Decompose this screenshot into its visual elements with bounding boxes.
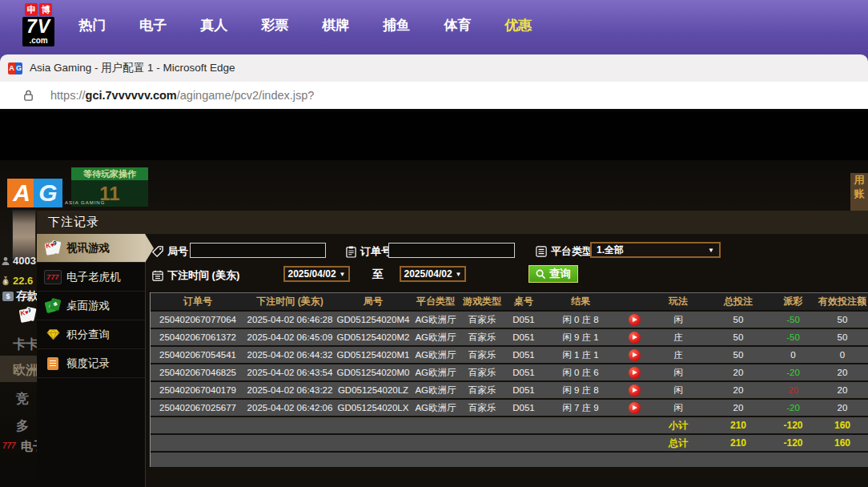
lock-icon[interactable] xyxy=(22,89,34,102)
table-header-row: 订单号 下注时间 (美东) 局号 平台类型 游戏类型 桌号 结果 玩法 总投注 … xyxy=(151,292,868,310)
cell-game-type: 百家乐 xyxy=(460,314,504,326)
replay-button[interactable] xyxy=(629,314,641,326)
cell-replay xyxy=(618,402,650,414)
header-table-id: 桌号 xyxy=(504,295,543,308)
site-logo[interactable]: 申 博 7V .com xyxy=(22,3,54,46)
cell-order-id: 250402067061372 xyxy=(151,332,245,342)
summary-label: 总计 xyxy=(650,437,706,450)
cell-payout: -20 xyxy=(770,403,816,413)
clipboard-icon xyxy=(346,246,356,258)
list-icon xyxy=(536,246,547,257)
cell-round-id: GD051254020M2 xyxy=(335,332,412,342)
cell-replay xyxy=(618,367,650,379)
summary-row: 小计 210 -120 160 xyxy=(151,417,868,433)
cell-replay xyxy=(618,314,650,326)
diamond-icon xyxy=(45,327,61,343)
cell-total-bet: 50 xyxy=(706,332,770,342)
round-number-label: 局号 xyxy=(152,244,188,259)
video-games-cards-icon: 9 K♥ xyxy=(20,308,37,324)
table-row: 250402067040179 2025-04-02 06:43:22 GD05… xyxy=(151,382,868,398)
sidebar-item-video-games[interactable]: 9K♥ 视讯游戏 xyxy=(37,234,145,263)
cell-payout: -50 xyxy=(770,315,816,324)
cell-bet-time: 2025-04-02 06:43:22 xyxy=(245,385,335,395)
cell-replay xyxy=(618,384,650,396)
replay-button[interactable] xyxy=(629,332,641,344)
cell-result: 闲 1 庄 1 xyxy=(543,349,618,361)
cell-payout: 20 xyxy=(770,385,816,395)
table-row: 250402067054541 2025-04-02 06:44:32 GD05… xyxy=(151,347,868,363)
search-button[interactable]: 查询 xyxy=(528,265,578,283)
cell-game-type: 百家乐 xyxy=(460,367,504,379)
cell-order-id: 250402067054541 xyxy=(151,350,245,360)
replay-button[interactable] xyxy=(629,384,641,396)
modal-content: 局号 订单号 平台类型 1.全部 ▼ xyxy=(146,234,868,487)
nav-item-live[interactable]: 真人 xyxy=(200,16,227,34)
table-row: 250402067046825 2025-04-02 06:43:54 GD05… xyxy=(151,364,868,380)
date-to-select[interactable]: 2025/04/02 ▼ xyxy=(400,266,466,282)
sidebar-item-quota-records[interactable]: 额度记录 xyxy=(37,349,145,378)
nav-item-sports[interactable]: 体育 xyxy=(444,16,471,34)
order-number-label: 订单号 xyxy=(346,244,392,259)
site-menu: 热门 电子 真人 彩票 棋牌 捕鱼 体育 优惠 xyxy=(78,16,532,34)
cell-game-type: 百家乐 xyxy=(460,384,504,396)
logo-char-2: 博 xyxy=(39,3,52,16)
sidebar-item-points-query[interactable]: 积分查询 xyxy=(37,320,145,349)
date-from-select[interactable]: 2025/04/02 ▼ xyxy=(283,266,350,282)
replay-button[interactable] xyxy=(629,349,641,361)
url-field[interactable]: https://gci.7vvvvvv.com/agingame/pcv2/in… xyxy=(50,89,314,102)
cell-order-id: 250402067025677 xyxy=(151,403,245,413)
order-number-input[interactable] xyxy=(388,243,515,258)
platform-type-label: 平台类型 xyxy=(536,244,593,259)
header-order-id: 订单号 xyxy=(151,295,245,308)
logo-char-1: 申 xyxy=(25,3,38,16)
summary-payout: -120 xyxy=(770,437,816,449)
empty-table-row xyxy=(151,453,868,467)
nav-item-hot[interactable]: 热门 xyxy=(78,16,106,34)
cell-game-type: 百家乐 xyxy=(460,402,504,414)
platform-type-select[interactable]: 1.全部 ▼ xyxy=(590,242,721,258)
sidebar-item-table-games[interactable]: ♦♣ 桌面游戏 xyxy=(37,292,145,320)
cell-bet-time: 2025-04-02 06:42:06 xyxy=(245,403,335,413)
bg-label-europe: 欧洲 xyxy=(13,362,38,379)
cell-result: 闲 7 庄 9 xyxy=(543,402,618,414)
browser-titlebar: AG Asia Gaming - 用户配置 1 - Microsoft Edge xyxy=(0,54,868,82)
cell-valid-bet: 50 xyxy=(816,315,868,324)
cell-payout: 0 xyxy=(770,350,816,360)
cell-total-bet: 20 xyxy=(706,385,770,395)
cell-table-id: D051 xyxy=(504,385,543,395)
cell-game-type: 百家乐 xyxy=(460,332,504,344)
cell-result: 闲 9 庄 8 xyxy=(543,384,618,396)
cell-round-id: GD051254020M0 xyxy=(335,368,412,377)
sidebar-item-slots[interactable]: 777 电子老虎机 xyxy=(37,263,145,292)
replay-button[interactable] xyxy=(629,402,641,414)
cell-play: 闲 xyxy=(650,384,706,396)
cell-platform: AG欧洲厅 xyxy=(412,402,460,414)
search-icon xyxy=(536,269,546,280)
header-result: 结果 xyxy=(543,295,618,308)
ag-caption: ASIA GAMING xyxy=(65,200,105,205)
header-payout: 派彩 xyxy=(770,295,816,308)
ag-favicon: AG xyxy=(8,62,22,74)
cell-total-bet: 20 xyxy=(706,403,770,413)
replay-button[interactable] xyxy=(629,367,641,379)
nav-item-chess[interactable]: 棋牌 xyxy=(322,16,349,34)
site-nav: 申 博 7V .com 热门 电子 真人 彩票 棋牌 捕鱼 体育 优惠 xyxy=(0,0,868,59)
round-number-input[interactable] xyxy=(190,243,326,258)
bg-label-jing: 竞 xyxy=(16,391,29,408)
bg-label-kaka: 卡卡 xyxy=(13,336,38,353)
summary-row: 总计 210 -120 160 xyxy=(151,435,868,451)
header-game-type: 游戏类型 xyxy=(460,295,504,308)
cell-valid-bet: 20 xyxy=(816,403,868,413)
nav-item-electronic[interactable]: 电子 xyxy=(139,16,167,34)
nav-item-fishing[interactable]: 捕鱼 xyxy=(383,16,410,34)
cell-round-id: GD051254020LZ xyxy=(335,385,412,395)
modal-sidebar: 9K♥ 视讯游戏 777 电子老虎机 ♦♣ 桌面游戏 xyxy=(37,234,146,487)
url-scheme: https:// xyxy=(50,89,86,102)
cell-play: 闲 xyxy=(650,314,706,326)
cell-valid-bet: 20 xyxy=(816,368,868,377)
nav-item-promo[interactable]: 优惠 xyxy=(504,16,532,34)
cell-valid-bet: 20 xyxy=(816,385,868,395)
nav-item-lottery[interactable]: 彩票 xyxy=(261,16,288,34)
moneybag-icon: $ xyxy=(1,276,10,286)
url-path: /agingame/pcv2/index.jsp? xyxy=(177,89,315,102)
